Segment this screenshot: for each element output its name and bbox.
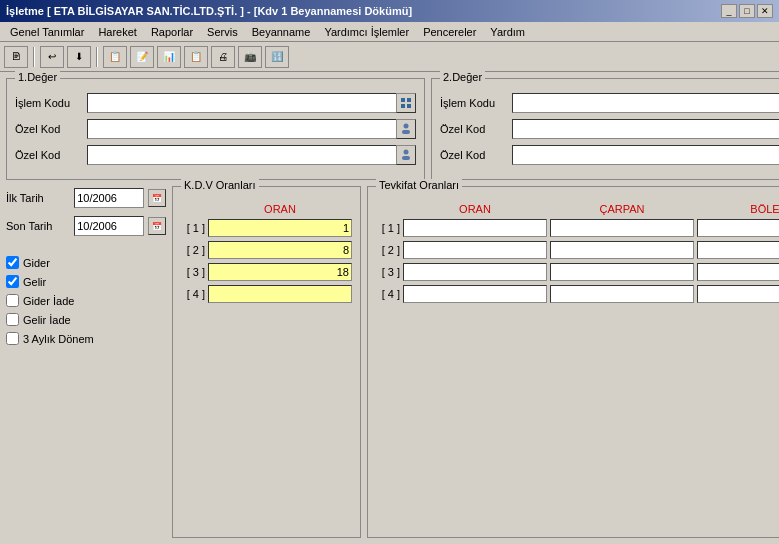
kdv-index-2: [ 2 ] [181,244,205,256]
tevkifat-carpan-2[interactable] [550,241,694,259]
deger1-ozel-kod1-input[interactable] [87,119,396,139]
deger2-ozel-kod1-input[interactable] [512,119,779,139]
svg-point-4 [404,124,409,129]
tevkifat-carpan-3[interactable] [550,263,694,281]
grid-icon [400,97,412,109]
kdv-oranlari-legend: K.D.V Oranları [181,179,259,191]
tevkifat-row-4: [ 4 ] [376,285,779,303]
tevkifat-bolen-4[interactable] [697,285,779,303]
kdv-input-4[interactable] [208,285,352,303]
deger1-panel: 1.Değer İşlem Kodu [6,78,425,180]
uc-aylik-donem-row: 3 Aylık Dönem [6,332,166,345]
deger1-islem-kodu-label: İşlem Kodu [15,97,83,109]
deger2-islem-kodu-input-combo [512,93,779,113]
deger1-ozel-kod1-btn[interactable] [396,119,416,139]
uc-aylik-donem-checkbox[interactable] [6,332,19,345]
tevkifat-oran-2[interactable] [403,241,547,259]
svg-point-6 [404,150,409,155]
tevkifat-oran-3[interactable] [403,263,547,281]
menu-item-servis[interactable]: Servis [201,25,244,39]
deger1-islem-kodu-input[interactable] [87,93,396,113]
gider-checkbox[interactable] [6,256,19,269]
svg-rect-0 [401,98,405,102]
menu-item-hareket[interactable]: Hareket [92,25,143,39]
toolbar-btn-2[interactable]: ↩ [40,46,64,68]
kdv-index-4: [ 4 ] [181,288,205,300]
deger1-legend: 1.Değer [15,71,60,83]
gider-iade-checkbox[interactable] [6,294,19,307]
person-icon-2 [400,149,412,161]
deger2-islem-kodu-input[interactable] [512,93,779,113]
deger1-islem-kodu-btn[interactable] [396,93,416,113]
svg-rect-7 [402,156,410,160]
menu-bar: Genel Tanımlar Hareket Raporlar Servis B… [0,22,779,42]
toolbar-btn-6[interactable]: 📊 [157,46,181,68]
deger2-ozel-kod1-row: Özel Kod [440,119,779,139]
uc-aylik-donem-label: 3 Aylık Dönem [23,333,94,345]
minimize-button[interactable]: _ [721,4,737,18]
toolbar-btn-3[interactable]: ⬇ [67,46,91,68]
gelir-iade-row: Gelir İade [6,313,166,326]
tevkifat-bolen-3[interactable] [697,263,779,281]
menu-item-beyanname[interactable]: Beyanname [246,25,317,39]
menu-item-yardim[interactable]: Yardım [484,25,531,39]
gelir-iade-checkbox[interactable] [6,313,19,326]
kdv-row-2: [ 2 ] [181,241,352,259]
close-button[interactable]: ✕ [757,4,773,18]
toolbar-btn-4[interactable]: 📋 [103,46,127,68]
tevkifat-row-3: [ 3 ] [376,263,779,281]
son-tarih-row: Son Tarih 📅 [6,216,166,236]
son-tarih-input[interactable] [74,216,144,236]
kdv-input-2[interactable] [208,241,352,259]
son-tarih-label: Son Tarih [6,220,70,232]
kdv-row-4: [ 4 ] [181,285,352,303]
title-bar-buttons: _ □ ✕ [721,4,773,18]
deger1-ozel-kod2-input[interactable] [87,145,396,165]
person-icon [400,123,412,135]
maximize-button[interactable]: □ [739,4,755,18]
toolbar-btn-8[interactable]: 🖨 [211,46,235,68]
title-bar-text: İşletme [ ETA BİLGİSAYAR SAN.TİC.LTD.ŞTİ… [6,5,412,17]
tevkifat-carpan-1[interactable] [550,219,694,237]
kdv-row-1: [ 1 ] [181,219,352,237]
tevkifat-oran-1[interactable] [403,219,547,237]
left-panel: 1.Değer İşlem Kodu [6,78,779,538]
tevkifat-header-carpan: ÇARPAN [550,203,694,215]
ilk-tarih-calendar-btn[interactable]: 📅 [148,189,166,207]
kdv-index-3: [ 3 ] [181,266,205,278]
menu-item-pencereler[interactable]: Pencereler [417,25,482,39]
kdv-input-1[interactable] [208,219,352,237]
deger1-ozel-kod1-input-combo [87,119,416,139]
tevkifat-index-2: [ 2 ] [376,244,400,256]
menu-item-yardimci[interactable]: Yardımcı İşlemler [318,25,415,39]
kdv-input-3[interactable] [208,263,352,281]
tevkifat-header-row: ORAN ÇARPAN BÖLEN [376,203,779,215]
svg-rect-3 [407,104,411,108]
deger2-ozel-kod1-label: Özel Kod [440,123,508,135]
kdv-oranlari-panel: K.D.V Oranları ORAN [ 1 ] [ 2 ] [172,186,361,538]
tevkifat-bolen-1[interactable] [697,219,779,237]
tevkifat-header-oran: ORAN [403,203,547,215]
tevkifat-oran-4[interactable] [403,285,547,303]
deger2-ozel-kod2-input[interactable] [512,145,779,165]
gelir-iade-label: Gelir İade [23,314,71,326]
svg-rect-2 [401,104,405,108]
toolbar-btn-10[interactable]: 🔢 [265,46,289,68]
svg-rect-5 [402,130,410,134]
ilk-tarih-input[interactable] [74,188,144,208]
tevkifat-row-1: [ 1 ] [376,219,779,237]
gelir-checkbox[interactable] [6,275,19,288]
son-tarih-calendar-btn[interactable]: 📅 [148,217,166,235]
toolbar-btn-9[interactable]: 📠 [238,46,262,68]
toolbar-separator-2 [96,47,98,67]
kdv-row-3: [ 3 ] [181,263,352,281]
tevkifat-carpan-4[interactable] [550,285,694,303]
toolbar-btn-7[interactable]: 📋 [184,46,208,68]
tevkifat-bolen-2[interactable] [697,241,779,259]
toolbar-btn-1[interactable]: 🖹 [4,46,28,68]
menu-item-genel-tanimlar[interactable]: Genel Tanımlar [4,25,90,39]
gider-row: Gider [6,256,166,269]
toolbar-btn-5[interactable]: 📝 [130,46,154,68]
deger1-ozel-kod2-btn[interactable] [396,145,416,165]
menu-item-raporlar[interactable]: Raporlar [145,25,199,39]
